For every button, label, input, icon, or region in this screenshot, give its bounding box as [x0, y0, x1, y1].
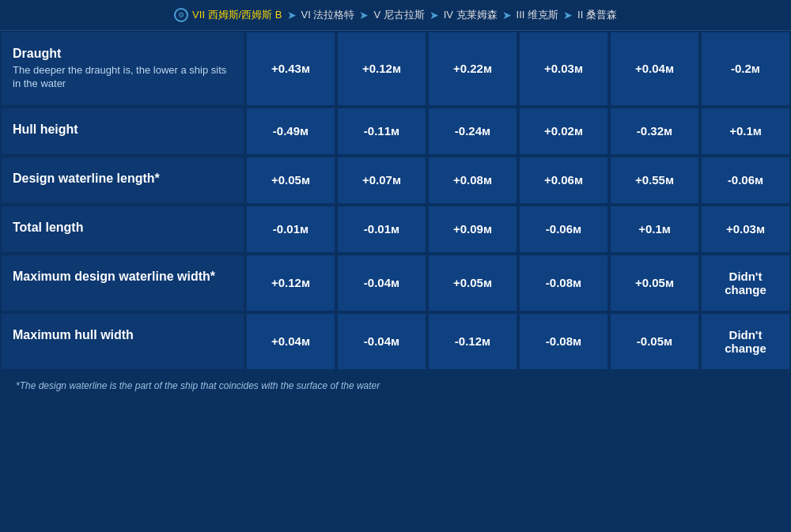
cell-1-2: -0.24м [427, 107, 518, 156]
row-title-1: Hull height [13, 123, 78, 137]
row-label-0: DraughtThe deeper the draught is, the lo… [0, 31, 245, 107]
cell-2-2: +0.08м [427, 156, 518, 205]
row-title-5: Maximum hull width [13, 328, 134, 342]
arrow-2: ➤ [430, 9, 439, 21]
row-title-0: Draught [13, 47, 61, 61]
row-title-4: Maximum design waterline width* [13, 270, 215, 284]
footer-note: *The design waterline is the part of the… [0, 371, 791, 401]
row-title-3: Total length [13, 221, 83, 235]
cell-5-5: Didn't change [700, 312, 791, 371]
row-label-4: Maximum design waterline width* [0, 254, 245, 312]
cell-3-4: +0.1м [609, 205, 700, 254]
cell-3-5: +0.03м [700, 205, 791, 254]
row-label-3: Total length [0, 205, 245, 254]
cell-1-0: -0.49м [245, 107, 336, 156]
cell-5-0: +0.04м [245, 312, 336, 371]
header-item-4[interactable]: III 维克斯 [517, 8, 558, 22]
header-item-0[interactable]: ⚙ VII 西姆斯/西姆斯 B [174, 8, 282, 22]
arrow-1: ➤ [359, 9, 369, 21]
cell-1-3: +0.02м [518, 107, 609, 156]
row-label-1: Hull height [0, 107, 245, 156]
header-label-5: II 桑普森 [577, 8, 617, 22]
arrow-0: ➤ [287, 9, 297, 21]
cell-3-2: +0.09м [427, 205, 518, 254]
cell-4-2: +0.05м [427, 254, 518, 312]
cell-2-3: +0.06м [518, 156, 609, 205]
cell-4-4: +0.05м [609, 254, 700, 312]
cell-4-0: +0.12м [245, 254, 336, 312]
cell-4-1: -0.04м [336, 254, 427, 312]
header: ⚙ VII 西姆斯/西姆斯 B ➤ VI 法拉格特 ➤ V 尼古拉斯 ➤ IV … [0, 0, 791, 31]
header-item-5[interactable]: II 桑普森 [577, 8, 617, 22]
ship-icon: ⚙ [174, 8, 188, 22]
arrow-3: ➤ [502, 9, 512, 21]
cell-2-4: +0.55м [609, 156, 700, 205]
cell-3-0: -0.01м [245, 205, 336, 254]
row-label-2: Design waterline length* [0, 156, 245, 205]
arrow-4: ➤ [563, 9, 573, 21]
row-title-2: Design waterline length* [13, 172, 160, 186]
header-label-4: III 维克斯 [517, 8, 558, 22]
cell-0-1: +0.12м [336, 31, 427, 107]
cell-0-2: +0.22м [427, 31, 518, 107]
cell-1-5: +0.1м [700, 107, 791, 156]
cell-4-5: Didn't change [700, 254, 791, 312]
cell-3-3: -0.06м [518, 205, 609, 254]
cell-0-4: +0.04м [609, 31, 700, 107]
comparison-table: DraughtThe deeper the draught is, the lo… [0, 31, 791, 371]
header-item-3[interactable]: IV 克莱姆森 [444, 8, 498, 22]
cell-5-3: -0.08м [518, 312, 609, 371]
cell-5-1: -0.04м [336, 312, 427, 371]
cell-2-0: +0.05м [245, 156, 336, 205]
cell-4-3: -0.08м [518, 254, 609, 312]
cell-2-1: +0.07м [336, 156, 427, 205]
row-label-5: Maximum hull width [0, 312, 245, 371]
row-desc-0: The deeper the draught is, the lower a s… [13, 64, 233, 91]
header-label-1: VI 法拉格特 [301, 8, 355, 22]
cell-1-1: -0.11м [336, 107, 427, 156]
cell-0-3: +0.03м [518, 31, 609, 107]
header-label-0: VII 西姆斯/西姆斯 B [192, 8, 282, 22]
cell-0-0: +0.43м [245, 31, 336, 107]
cell-1-4: -0.32м [609, 107, 700, 156]
header-label-2: V 尼古拉斯 [373, 8, 424, 22]
cell-5-4: -0.05м [609, 312, 700, 371]
cell-3-1: -0.01м [336, 205, 427, 254]
cell-5-2: -0.12м [427, 312, 518, 371]
header-label-3: IV 克莱姆森 [444, 8, 498, 22]
header-item-1[interactable]: VI 法拉格特 [301, 8, 355, 22]
header-item-2[interactable]: V 尼古拉斯 [373, 8, 424, 22]
cell-2-5: -0.06м [700, 156, 791, 205]
cell-0-5: -0.2м [700, 31, 791, 107]
